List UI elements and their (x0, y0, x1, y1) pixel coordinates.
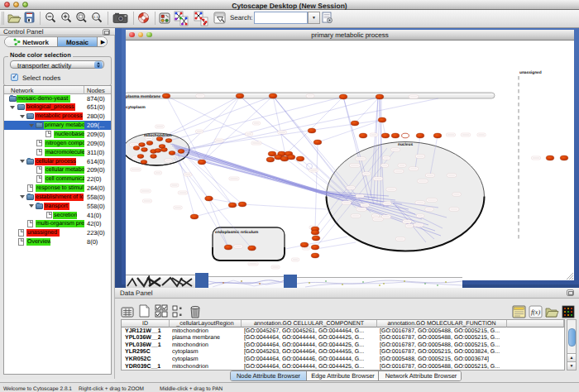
svg-text:mitochondrion: mitochondrion (144, 133, 172, 138)
svg-text:endoplasmic reticulum: endoplasmic reticulum (215, 230, 258, 235)
svg-text:unassigned: unassigned (519, 70, 542, 75)
svg-text:cytoplasm: cytoplasm (126, 105, 146, 110)
svg-text:f(x): f(x) (531, 308, 540, 316)
svg-text:plasma membrane: plasma membrane (126, 94, 160, 99)
svg-text:nucleus: nucleus (398, 142, 413, 147)
svg-text:1:1: 1:1 (93, 15, 99, 19)
